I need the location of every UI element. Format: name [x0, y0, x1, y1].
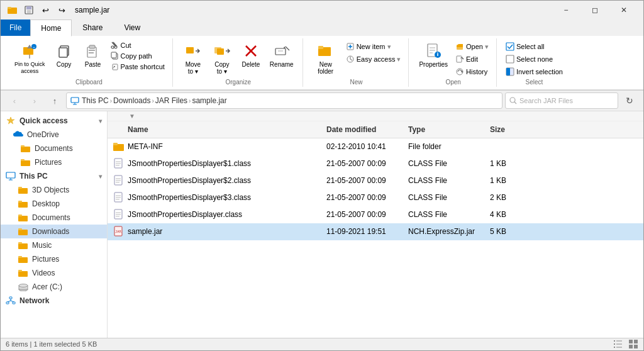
- close-button[interactable]: ✕: [609, 1, 638, 20]
- sort-bar: ▼: [108, 111, 643, 121]
- svg-line-58: [514, 102, 516, 104]
- rename-button[interactable]: Rename: [266, 40, 297, 70]
- sidebar-item-onedrive[interactable]: OneDrive: [1, 128, 107, 142]
- status-bar: 6 items | 1 item selected 5 KB: [1, 338, 643, 350]
- search-box[interactable]: Search JAR Files: [505, 92, 618, 109]
- svg-rect-27: [275, 48, 286, 55]
- svg-point-44: [437, 52, 438, 53]
- videos-label: Videos: [32, 269, 55, 277]
- up-button[interactable]: ↑: [46, 92, 64, 109]
- sidebar-item-documents[interactable]: Documents: [1, 211, 107, 225]
- sidebar-item-network[interactable]: Network: [1, 294, 107, 308]
- file-list-area: ▼ Name Date modified Type Size META-INF: [108, 111, 643, 338]
- tab-view[interactable]: View: [113, 20, 151, 36]
- svg-rect-1: [8, 7, 11, 9]
- qat-redo-btn[interactable]: ↪: [55, 3, 69, 17]
- folder-videos-icon: [18, 268, 28, 278]
- select-none-button[interactable]: Select none: [503, 53, 565, 65]
- edit-button[interactable]: Edit: [453, 53, 491, 65]
- tab-share[interactable]: Share: [72, 20, 113, 36]
- sidebar-item-pictures-od[interactable]: Pictures: [1, 155, 107, 169]
- back-button[interactable]: ‹: [6, 92, 23, 109]
- maximize-button[interactable]: ◻: [580, 1, 609, 20]
- invert-selection-button[interactable]: Invert selection: [503, 66, 565, 77]
- folder-pictures-od-icon: [21, 157, 31, 167]
- cloud-icon: [13, 130, 23, 140]
- svg-rect-72: [18, 214, 22, 216]
- copy-path-button[interactable]: Copy path: [108, 50, 167, 61]
- window-controls: − ◻ ✕: [552, 1, 638, 20]
- view-details-button[interactable]: [613, 339, 623, 349]
- sidebar-item-this-pc[interactable]: This PC ▾: [1, 169, 107, 183]
- pin-to-quick-access-button[interactable]: + Pin to Quickaccess: [11, 40, 49, 77]
- column-header-size[interactable]: Size: [485, 124, 529, 135]
- table-row[interactable]: JSmoothPropertiesDisplayer$3.class 21-05…: [108, 189, 643, 206]
- svg-rect-92: [114, 159, 122, 168]
- paste-shortcut-button[interactable]: ↗ Paste shortcut: [108, 61, 167, 72]
- sidebar-item-3d-objects[interactable]: 3D Objects: [1, 183, 107, 197]
- class-file-icon: [113, 209, 125, 220]
- svg-rect-100: [114, 192, 122, 202]
- cut-button[interactable]: Cut: [108, 40, 167, 50]
- svg-point-17: [114, 46, 117, 48]
- sidebar-item-downloads[interactable]: Downloads: [1, 225, 107, 238]
- column-header-name[interactable]: Name: [108, 124, 321, 135]
- table-row[interactable]: META-INF 02-12-2010 10:41 File folder: [108, 138, 643, 155]
- open-buttons: Properties Open ▾ Edit: [415, 40, 491, 77]
- delete-button[interactable]: Delete: [237, 40, 265, 70]
- column-header-type[interactable]: Type: [403, 124, 485, 135]
- history-button[interactable]: History: [453, 66, 491, 77]
- pictures-label: Pictures: [32, 255, 59, 264]
- new-label: New: [350, 77, 363, 86]
- svg-point-16: [111, 46, 114, 48]
- sidebar-item-videos[interactable]: Videos: [1, 266, 107, 280]
- sidebar-item-pictures[interactable]: Pictures: [1, 252, 107, 266]
- sidebar-item-documents-od[interactable]: Documents: [1, 142, 107, 155]
- title-text: sample.jar: [75, 6, 109, 14]
- select-all-button[interactable]: Select all: [503, 41, 565, 52]
- organize-buttons: Moveto ▾ Copyto ▾: [179, 40, 297, 77]
- svg-rect-104: [114, 209, 122, 219]
- column-header-date[interactable]: Date modified: [321, 124, 403, 135]
- sidebar-item-quick-access[interactable]: Quick access ▾: [1, 114, 107, 128]
- view-large-icons-button[interactable]: [628, 339, 638, 349]
- qat-save-btn[interactable]: [22, 3, 36, 17]
- address-bar[interactable]: This PC › Downloads › JAR Files › sample…: [66, 92, 502, 109]
- table-row[interactable]: JSmoothPropertiesDisplayer$2.class 21-05…: [108, 172, 643, 189]
- search-icon: [509, 97, 517, 104]
- clipboard-label: Clipboard: [75, 77, 103, 86]
- sidebar-item-desktop[interactable]: Desktop: [1, 197, 107, 211]
- easy-access-button[interactable]: Easy access ▾: [343, 53, 404, 65]
- minimize-button[interactable]: −: [552, 1, 580, 20]
- svg-rect-96: [114, 176, 122, 185]
- tab-home[interactable]: Home: [30, 20, 72, 36]
- table-row[interactable]: JSmoothPropertiesDisplayer.class 21-05-2…: [108, 206, 643, 223]
- svg-rect-53: [506, 68, 510, 75]
- new-folder-button[interactable]: Newfolder: [309, 40, 342, 77]
- table-row-selected[interactable]: JAR sample.jar 11-09-2021 19:51 NCH.Expr…: [108, 223, 643, 240]
- select-label: Select: [526, 77, 543, 86]
- qat-undo-btn[interactable]: ↩: [38, 3, 52, 17]
- paste-button[interactable]: Paste: [79, 40, 107, 70]
- sidebar-item-music[interactable]: Music: [1, 238, 107, 252]
- svg-line-88: [8, 301, 11, 302]
- forward-button[interactable]: ›: [26, 92, 43, 109]
- copy-to-button[interactable]: Copyto ▾: [208, 40, 236, 77]
- svg-rect-31: [318, 46, 323, 49]
- sidebar-item-acer-c[interactable]: Acer (C:): [1, 280, 107, 294]
- svg-rect-63: [21, 159, 25, 161]
- new-item-button[interactable]: New item ▾: [343, 41, 404, 52]
- properties-button[interactable]: Properties: [415, 40, 452, 70]
- move-to-button[interactable]: Moveto ▾: [179, 40, 207, 77]
- copy-button[interactable]: Copy: [50, 40, 78, 70]
- svg-rect-79: [18, 271, 28, 277]
- open-button[interactable]: Open ▾: [453, 41, 491, 52]
- svg-text:↗: ↗: [112, 65, 116, 69]
- svg-rect-116: [629, 340, 633, 343]
- qat-folder-icon[interactable]: [6, 3, 19, 17]
- svg-rect-85: [6, 302, 9, 304]
- refresh-button[interactable]: ↻: [621, 92, 638, 109]
- table-row[interactable]: JSmoothPropertiesDisplayer$1.class 21-05…: [108, 155, 643, 172]
- tab-file[interactable]: File: [1, 20, 30, 36]
- select-buttons: Select all Select none Invert selection: [503, 40, 565, 77]
